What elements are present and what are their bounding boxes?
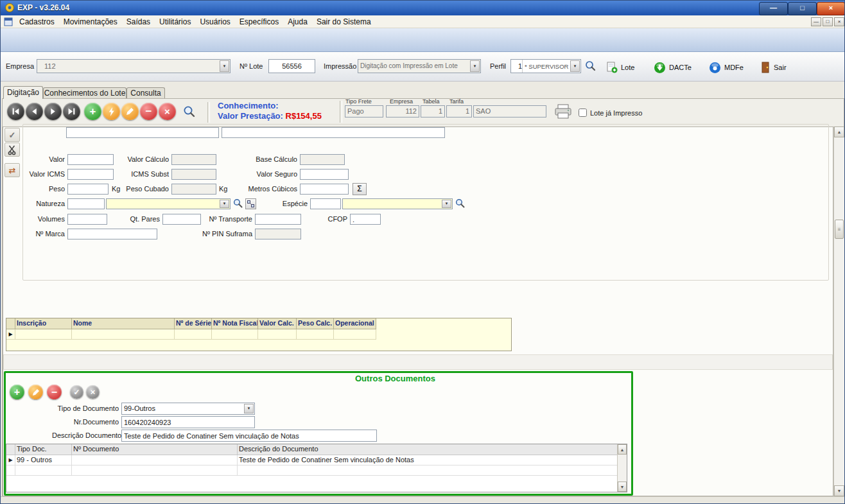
subtab-conhecimentos-label: Conhecimentos do Lote	[44, 89, 126, 98]
dropdown-icon[interactable]: ▼	[244, 404, 254, 413]
n-lote-input[interactable]	[268, 59, 315, 73]
grid-header-n-serie[interactable]: Nº de Série	[175, 318, 212, 329]
dropdown-icon[interactable]: ▼	[470, 60, 480, 72]
valor-seguro-input[interactable]	[300, 169, 349, 180]
outros-delete-button[interactable]: −	[47, 385, 62, 399]
mdfe-button[interactable]: MDFe	[706, 58, 747, 77]
grid-header-n-documento[interactable]: Nº Documento	[72, 444, 238, 455]
qt-pares-input[interactable]	[162, 214, 201, 225]
record-search-icon[interactable]	[183, 105, 196, 118]
especie-code-input[interactable]	[310, 198, 341, 209]
header-field-1[interactable]	[66, 127, 219, 138]
sigma-button[interactable]: Σ	[353, 183, 367, 195]
lote-ja-impresso-checkbox[interactable]	[579, 109, 587, 117]
peso-input[interactable]	[67, 184, 109, 195]
dacte-button[interactable]: DACTe	[650, 58, 695, 77]
subtab-digitacao[interactable]: Digitação	[3, 86, 43, 99]
confirm-tool-button[interactable]: ✓	[4, 128, 20, 142]
n-marca-input[interactable]	[67, 229, 157, 239]
outros-cancel-button[interactable]: ×	[86, 385, 100, 399]
prior-record-button[interactable]	[26, 103, 43, 120]
first-record-button[interactable]	[7, 103, 24, 120]
grid-header-n-nota-fiscal[interactable]: Nº Nota Fiscal	[212, 318, 258, 329]
transfer-tool-button[interactable]: ⇄	[4, 163, 20, 177]
tabela-value: 1	[439, 107, 442, 115]
menu-saidas[interactable]: Saídas	[122, 15, 155, 28]
table-row[interactable]: ▶	[6, 329, 511, 340]
mdi-close-button[interactable]: ×	[834, 17, 844, 26]
grid-scrollbar[interactable]: ▲ ▼	[617, 444, 627, 492]
n-transporte-input[interactable]	[255, 214, 301, 225]
subtab-conhecimentos-do-lote[interactable]: Conhecimentos do Lote	[43, 87, 126, 99]
dropdown-icon[interactable]: ▼	[570, 60, 580, 72]
outros-edit-button[interactable]	[28, 385, 43, 399]
scroll-up-button[interactable]: ▲	[618, 444, 627, 455]
menu-usuarios[interactable]: Usuários	[195, 15, 234, 28]
grid-header-operacional[interactable]: Operacional	[334, 318, 376, 329]
print-button[interactable]	[552, 101, 575, 122]
natureza-relate-button[interactable]	[245, 198, 256, 209]
maximize-button[interactable]: □	[788, 2, 817, 15]
subtab-consulta[interactable]: Consulta	[126, 87, 165, 99]
insert-record-button[interactable]: +	[84, 103, 101, 120]
outros-add-button[interactable]: +	[10, 385, 24, 399]
mdi-minimize-button[interactable]: —	[811, 17, 821, 26]
grid-header-descricao[interactable]: Descrição do Documento	[238, 444, 618, 455]
dropdown-icon[interactable]: ▼	[220, 200, 229, 208]
menu-especificos[interactable]: Específicos	[235, 15, 283, 28]
perfil-combo[interactable]: 1* SUPERVISOR ▼	[510, 59, 581, 73]
menu-movimentacoes[interactable]: Movimentações	[59, 15, 122, 28]
minimize-button[interactable]: —	[759, 2, 788, 15]
natureza-code-input[interactable]	[67, 198, 105, 209]
header-field-2[interactable]	[222, 127, 445, 138]
grid-header-nome[interactable]: Nome	[72, 318, 175, 329]
sair-button[interactable]: Sair	[757, 58, 790, 77]
menu-sair-do-sistema[interactable]: Sair do Sistema	[312, 15, 376, 28]
perfil-search-icon[interactable]	[585, 60, 597, 72]
cancel-record-button[interactable]: ×	[159, 103, 176, 120]
close-button[interactable]: ×	[817, 2, 845, 15]
especie-combo[interactable]: ▼	[342, 198, 453, 209]
outros-confirm-button[interactable]: ✓	[70, 385, 83, 399]
volumes-input[interactable]	[67, 214, 107, 225]
tipo-documento-combo[interactable]: 99-Outros ▼	[121, 403, 255, 415]
main-toolbar: Empresa 112 ▼ Nº Lote Impressão Digitaçã…	[1, 52, 845, 82]
especie-search-icon[interactable]	[455, 198, 466, 209]
cfop-input[interactable]	[350, 214, 381, 225]
edit-record-button[interactable]	[121, 103, 139, 120]
grid-header-peso-calc[interactable]: Peso Calc.	[297, 318, 334, 329]
next-record-button[interactable]	[44, 103, 62, 120]
last-record-button[interactable]	[63, 103, 80, 120]
menu-cadastros[interactable]: Cadastros	[15, 15, 59, 28]
cell-n-documento	[72, 455, 238, 465]
descricao-documento-input[interactable]	[121, 430, 377, 442]
delete-record-button[interactable]: −	[140, 103, 157, 120]
lote-icon	[606, 62, 618, 73]
table-row[interactable]: ▶ 99 - Outros Teste de Pedido de Conatin…	[6, 455, 627, 465]
scrollbar-thumb[interactable]: ≡	[835, 220, 844, 239]
cut-tool-button[interactable]	[4, 143, 20, 157]
grid-header-inscricao[interactable]: Inscrição	[15, 318, 72, 329]
nr-documento-input[interactable]	[121, 416, 255, 428]
menu-utilitarios[interactable]: Utilitários	[155, 15, 195, 28]
menu-ajuda[interactable]: Ajuda	[283, 15, 312, 28]
metros-cubicos-input[interactable]	[300, 184, 349, 195]
scroll-down-button[interactable]: ▼	[618, 482, 627, 492]
impressao-combo[interactable]: Digitação com Impressão em Lote ▼	[358, 59, 481, 73]
valor-input[interactable]	[67, 154, 114, 165]
scroll-down-button[interactable]: ▼	[834, 485, 844, 496]
grid-header-valor-calc[interactable]: Valor Calc.	[258, 318, 297, 329]
natureza-search-icon[interactable]	[233, 198, 243, 209]
natureza-combo[interactable]: ▼	[106, 198, 231, 209]
main-scrollbar[interactable]: ▲ ≡ ▼	[833, 126, 844, 496]
grid-header-tipo-doc[interactable]: Tipo Doc.	[15, 444, 72, 455]
table-row[interactable]	[6, 465, 627, 476]
lote-button[interactable]: Lote	[603, 58, 638, 77]
dropdown-icon[interactable]: ▼	[220, 60, 229, 72]
mdi-restore-button[interactable]: □	[823, 17, 833, 26]
dropdown-icon[interactable]: ▼	[442, 200, 451, 208]
post-record-button[interactable]	[103, 103, 120, 120]
scroll-up-button[interactable]: ▲	[834, 126, 844, 137]
valor-icms-input[interactable]	[67, 169, 114, 180]
empresa-combo[interactable]: 112 ▼	[37, 59, 231, 73]
